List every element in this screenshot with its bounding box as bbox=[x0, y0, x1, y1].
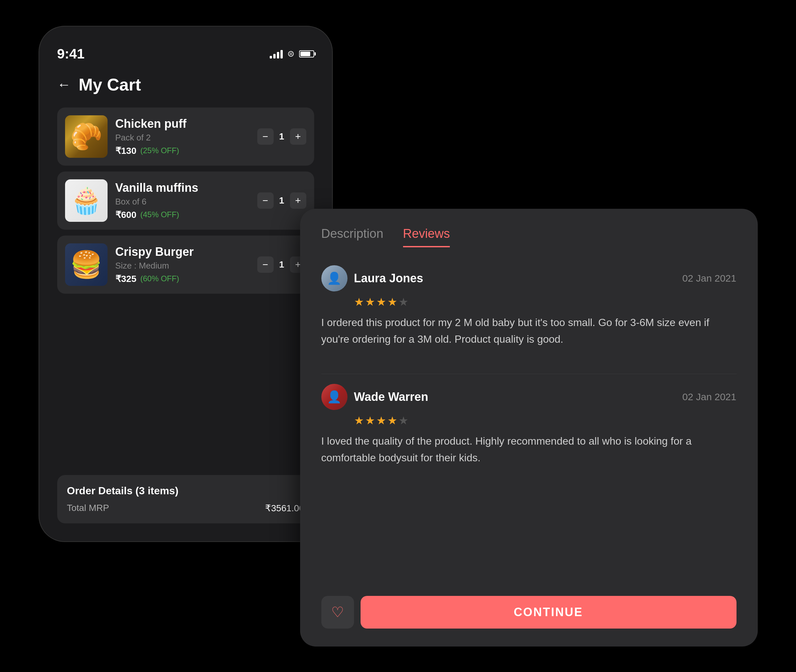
star-2: ★ bbox=[365, 295, 375, 309]
scene: 9:41 ⊜ ← My Cart bbox=[39, 26, 758, 646]
total-mrp-value: ₹3561.00 bbox=[265, 503, 304, 514]
review-item: 👤 Laura Jones 02 Jan 2021 ★ ★ ★ ★ ★ I or… bbox=[321, 265, 737, 347]
item-image-burger bbox=[65, 243, 108, 286]
quantity-value: 1 bbox=[274, 259, 290, 270]
quantity-value: 1 bbox=[274, 131, 290, 142]
cart-item: Vanilla muffins Box of 6 ₹600 (45% OFF) … bbox=[57, 171, 314, 230]
reviewer-name: Wade Warren bbox=[354, 390, 428, 404]
star-rating: ★ ★ ★ ★ ★ bbox=[354, 295, 737, 309]
signal-icon bbox=[270, 49, 283, 59]
divider bbox=[321, 374, 737, 374]
cart-item: Chicken puff Pack of 2 ₹130 (25% OFF) − … bbox=[57, 107, 314, 166]
item-price-row: ₹325 (60% OFF) bbox=[116, 274, 249, 284]
quantity-value: 1 bbox=[274, 195, 290, 206]
item-name: Crispy Burger bbox=[116, 245, 249, 259]
star-3: ★ bbox=[376, 295, 386, 309]
increase-qty-button[interactable]: + bbox=[290, 128, 306, 145]
star-3: ★ bbox=[376, 414, 386, 427]
review-date: 02 Jan 2021 bbox=[682, 391, 736, 403]
review-text: I loved the quality of the product. High… bbox=[321, 433, 737, 466]
item-desc: Pack of 2 bbox=[116, 133, 249, 143]
item-price-row: ₹130 (25% OFF) bbox=[116, 146, 249, 156]
item-price-row: ₹600 (45% OFF) bbox=[116, 210, 249, 220]
avatar: 👤 bbox=[321, 384, 348, 410]
quantity-control: − 1 + bbox=[257, 128, 306, 145]
heart-icon: ♡ bbox=[331, 604, 344, 621]
tabs: Description Reviews bbox=[321, 227, 737, 247]
item-desc: Box of 6 bbox=[116, 197, 249, 207]
bottom-actions: ♡ CONTINUE bbox=[321, 596, 737, 629]
item-price: ₹325 bbox=[116, 274, 136, 284]
item-info: Vanilla muffins Box of 6 ₹600 (45% OFF) bbox=[116, 181, 249, 220]
review-header: 👤 Laura Jones 02 Jan 2021 bbox=[321, 265, 737, 291]
avatar: 👤 bbox=[321, 265, 348, 291]
review-text: I ordered this product for my 2 M old ba… bbox=[321, 314, 737, 347]
star-5: ★ bbox=[398, 295, 408, 309]
order-total-row: Total MRP ₹3561.00 bbox=[67, 503, 304, 514]
wifi-icon: ⊜ bbox=[287, 49, 295, 59]
cart-header: ← My Cart bbox=[57, 75, 314, 94]
cart-items-list: Chicken puff Pack of 2 ₹130 (25% OFF) − … bbox=[57, 107, 314, 469]
star-rating: ★ ★ ★ ★ ★ bbox=[354, 414, 737, 427]
item-image-muffin bbox=[65, 179, 108, 222]
order-details-title: Order Details (3 items) bbox=[67, 485, 304, 497]
item-name: Vanilla muffins bbox=[116, 181, 249, 195]
review-card: Description Reviews 👤 Laura Jones 02 Jan… bbox=[300, 209, 758, 646]
item-desc: Size : Medium bbox=[116, 261, 249, 271]
status-bar: 9:41 ⊜ bbox=[57, 46, 314, 62]
item-image-chicken bbox=[65, 115, 108, 158]
star-1: ★ bbox=[354, 295, 364, 309]
reviewer-name: Laura Jones bbox=[354, 272, 423, 285]
continue-button[interactable]: CONTINUE bbox=[361, 596, 737, 629]
total-mrp-label: Total MRP bbox=[67, 503, 109, 513]
phone-frame: 9:41 ⊜ ← My Cart bbox=[39, 26, 333, 542]
status-icons: ⊜ bbox=[270, 49, 314, 59]
cart-item: Crispy Burger Size : Medium ₹325 (60% OF… bbox=[57, 235, 314, 294]
quantity-control: − 1 + bbox=[257, 192, 306, 209]
item-price: ₹600 bbox=[116, 210, 136, 220]
star-4: ★ bbox=[387, 414, 397, 427]
item-discount: (60% OFF) bbox=[140, 274, 179, 283]
star-2: ★ bbox=[365, 414, 375, 427]
review-header: 👤 Wade Warren 02 Jan 2021 bbox=[321, 384, 737, 410]
item-discount: (45% OFF) bbox=[140, 210, 179, 219]
item-info: Chicken puff Pack of 2 ₹130 (25% OFF) bbox=[116, 117, 249, 156]
decrease-qty-button[interactable]: − bbox=[257, 128, 274, 145]
decrease-qty-button[interactable]: − bbox=[257, 256, 274, 273]
tab-reviews[interactable]: Reviews bbox=[403, 227, 450, 247]
status-time: 9:41 bbox=[57, 46, 85, 62]
increase-qty-button[interactable]: + bbox=[290, 192, 306, 209]
quantity-control: − 1 + bbox=[257, 256, 306, 273]
star-5: ★ bbox=[398, 414, 408, 427]
item-price: ₹130 bbox=[116, 146, 136, 156]
item-discount: (25% OFF) bbox=[140, 146, 179, 155]
item-info: Crispy Burger Size : Medium ₹325 (60% OF… bbox=[116, 245, 249, 284]
review-item: 👤 Wade Warren 02 Jan 2021 ★ ★ ★ ★ ★ I lo… bbox=[321, 384, 737, 466]
decrease-qty-button[interactable]: − bbox=[257, 192, 274, 209]
order-details-section: Order Details (3 items) Total MRP ₹3561.… bbox=[57, 475, 314, 523]
reviewer-info: 👤 Laura Jones bbox=[321, 265, 423, 291]
phone-content: 9:41 ⊜ ← My Cart bbox=[39, 26, 332, 541]
star-4: ★ bbox=[387, 295, 397, 309]
tab-description[interactable]: Description bbox=[321, 227, 384, 247]
back-button[interactable]: ← bbox=[57, 77, 71, 93]
reviewer-info: 👤 Wade Warren bbox=[321, 384, 428, 410]
review-date: 02 Jan 2021 bbox=[682, 273, 736, 284]
cart-title: My Cart bbox=[79, 75, 141, 94]
battery-icon bbox=[299, 50, 314, 58]
wishlist-button[interactable]: ♡ bbox=[321, 596, 354, 629]
star-1: ★ bbox=[354, 414, 364, 427]
item-name: Chicken puff bbox=[116, 117, 249, 131]
